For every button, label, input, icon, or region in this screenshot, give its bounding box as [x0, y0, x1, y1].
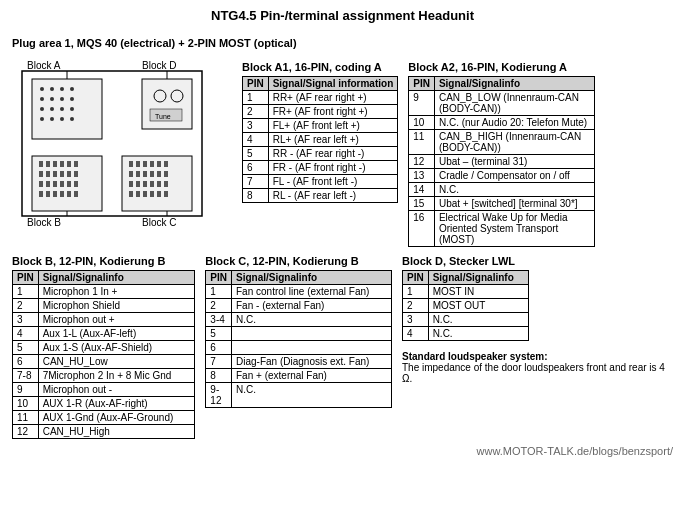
signal-cell: Diag-Fan (Diagnosis ext. Fan)	[232, 355, 392, 369]
svg-rect-35	[46, 171, 50, 177]
table-row: 2MOST OUT	[402, 299, 528, 313]
signal-cell: Aux 1-S (Aux-AF-Shield)	[38, 341, 195, 355]
signal-cell: Fan control line (external Fan)	[232, 285, 392, 299]
svg-rect-37	[60, 171, 64, 177]
pin-cell: 12	[409, 155, 435, 169]
table-row: 9CAN_B_LOW (Innenraum-CAN (BODY-CAN))	[409, 91, 595, 116]
signal-cell: 7Microphon 2 In + 8 Mic Gnd	[38, 369, 195, 383]
svg-rect-43	[60, 181, 64, 187]
svg-point-16	[60, 107, 64, 111]
col-signal-c: Signal/Signalinfo	[232, 271, 392, 285]
pin-cell: 4	[243, 133, 269, 147]
svg-rect-44	[67, 181, 71, 187]
table-row: 1RR+ (AF rear right +)	[243, 91, 398, 105]
pin-cell: 8	[243, 189, 269, 203]
signal-cell: Ubat + [switched] [terminal 30*]	[434, 197, 594, 211]
table-row: 7-87Microphon 2 In + 8 Mic Gnd	[13, 369, 195, 383]
col-pin-d: PIN	[402, 271, 428, 285]
signal-cell: N.C.	[232, 313, 392, 327]
pin-cell: 11	[409, 130, 435, 155]
pin-cell: 7	[206, 355, 232, 369]
block-c-label: Block C, 12-PIN, Kodierung B	[205, 255, 392, 267]
pin-cell: 4	[402, 327, 428, 341]
svg-rect-28	[39, 161, 43, 167]
svg-rect-32	[67, 161, 71, 167]
signal-cell: MOST OUT	[428, 299, 528, 313]
signal-cell: Microphon out -	[38, 383, 195, 397]
block-c-table: PIN Signal/Signalinfo 1Fan control line …	[205, 270, 392, 408]
signal-cell: CAN_HU_Low	[38, 355, 195, 369]
svg-text:Block C: Block C	[142, 217, 176, 226]
svg-rect-70	[164, 181, 168, 187]
bottom-right-area: Block D, Stecker LWL PIN Signal/Signalin…	[402, 255, 673, 384]
col-signal-a1: Signal/Signal information	[268, 77, 398, 91]
table-row: 11AUX 1-Gnd (Aux-AF-Ground)	[13, 411, 195, 425]
svg-rect-40	[39, 181, 43, 187]
pin-cell: 3-4	[206, 313, 232, 327]
pin-cell: 13	[409, 169, 435, 183]
svg-point-20	[60, 117, 64, 121]
signal-cell: Electrical Wake Up for Media Oriented Sy…	[434, 211, 594, 247]
pin-cell: 9	[409, 91, 435, 116]
table-row: 12CAN_HU_High	[13, 425, 195, 439]
table-row: 3-4N.C.	[206, 313, 392, 327]
block-d-section: Block D, Stecker LWL PIN Signal/Signalin…	[402, 255, 673, 341]
pin-cell: 10	[409, 116, 435, 130]
block-a1-table: PIN Signal/Signal information 1RR+ (AF r…	[242, 76, 398, 203]
table-row: 1Fan control line (external Fan)	[206, 285, 392, 299]
pin-cell: 11	[13, 411, 39, 425]
note-text: The impedance of the door loudspeakers f…	[402, 362, 665, 384]
table-row: 1Microphon 1 In +	[13, 285, 195, 299]
svg-rect-45	[74, 181, 78, 187]
table-row: 5	[206, 327, 392, 341]
svg-rect-72	[136, 191, 140, 197]
signal-cell: RR+ (AF rear right +)	[268, 91, 398, 105]
table-row: 6CAN_HU_Low	[13, 355, 195, 369]
block-d-label: Block D, Stecker LWL	[402, 255, 673, 267]
svg-rect-62	[150, 171, 154, 177]
block-b-section: Block B, 12-PIN, Kodierung B PIN Signal/…	[12, 255, 195, 439]
middle-row: Block B, 12-PIN, Kodierung B PIN Signal/…	[12, 255, 673, 439]
pin-cell: 5	[243, 147, 269, 161]
signal-cell: Fan + (external Fan)	[232, 369, 392, 383]
col-pin-a1: PIN	[243, 77, 269, 91]
table-row: 11CAN_B_HIGH (Innenraum-CAN (BODY-CAN))	[409, 130, 595, 155]
table-row: 4RL+ (AF rear left +)	[243, 133, 398, 147]
signal-cell: Microphon Shield	[38, 299, 195, 313]
svg-rect-46	[39, 191, 43, 197]
signal-cell	[232, 327, 392, 341]
svg-rect-73	[143, 191, 147, 197]
pin-cell: 12	[13, 425, 39, 439]
svg-rect-55	[143, 161, 147, 167]
svg-rect-59	[129, 171, 133, 177]
svg-rect-58	[164, 161, 168, 167]
svg-rect-51	[74, 191, 78, 197]
standard-note: Standard loudspeaker system: The impedan…	[402, 351, 673, 384]
pin-cell: 14	[409, 183, 435, 197]
block-a2-table: PIN Signal/Signalinfo 9CAN_B_LOW (Innenr…	[408, 76, 595, 247]
signal-cell	[232, 341, 392, 355]
svg-rect-22	[142, 79, 192, 129]
svg-point-14	[40, 107, 44, 111]
svg-rect-69	[157, 181, 161, 187]
signal-cell: CAN_HU_High	[38, 425, 195, 439]
table-row: 6FR - (AF front right -)	[243, 161, 398, 175]
pin-cell: 5	[206, 327, 232, 341]
svg-text:Tune: Tune	[155, 113, 171, 120]
signal-cell: FL+ (AF front left +)	[268, 119, 398, 133]
svg-rect-48	[53, 191, 57, 197]
pin-cell: 2	[402, 299, 428, 313]
svg-rect-36	[53, 171, 57, 177]
svg-rect-71	[129, 191, 133, 197]
svg-point-15	[50, 107, 54, 111]
signal-cell: N.C.	[434, 183, 594, 197]
pin-cell: 7-8	[13, 369, 39, 383]
svg-point-13	[70, 97, 74, 101]
pin-cell: 9-12	[206, 383, 232, 408]
page-layout: NTG4.5 Pin-/terminal assignment Headunit…	[12, 8, 673, 439]
signal-cell: RL+ (AF rear left +)	[268, 133, 398, 147]
pin-cell: 1	[13, 285, 39, 299]
pin-cell: 1	[243, 91, 269, 105]
svg-text:Block A: Block A	[27, 61, 61, 71]
watermark: www.MOTOR-TALK.de/blogs/benzsport/	[12, 445, 673, 457]
